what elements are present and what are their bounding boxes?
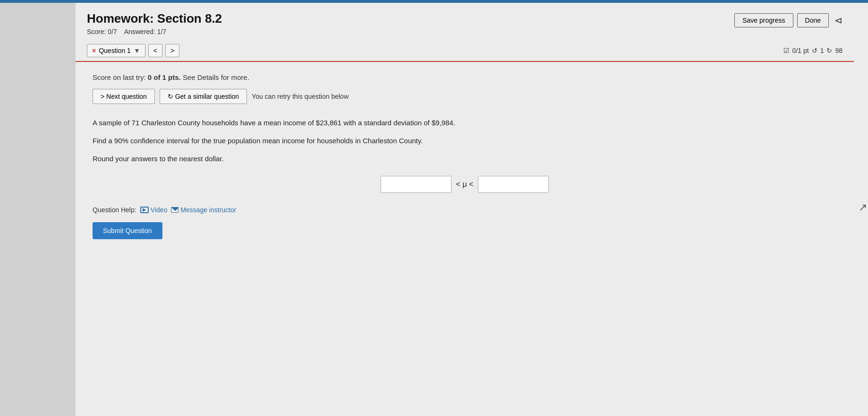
prev-question-button[interactable]: < [148,44,162,57]
envelope-icon [171,207,179,213]
main-content: Homework: Section 8.2 Score: 0/7 Answere… [76,3,854,416]
done-button[interactable]: Done [797,13,829,27]
next-question-nav-button[interactable]: > [165,44,179,57]
left-sidebar [0,3,76,416]
header-right: Save progress Done ⊲ [734,11,842,27]
save-progress-button[interactable]: Save progress [734,13,793,27]
checkbox-icon: ☑ [783,47,790,54]
score-notice: Score on last try: 0 of 1 pts. See Detai… [93,73,837,81]
header-left: Homework: Section 8.2 Score: 0/7 Answere… [87,11,222,35]
video-link[interactable]: Video [140,206,168,214]
question-x-mark: × [92,47,96,54]
question-text-1: A sample of 71 Charleston County househo… [93,117,837,129]
similar-question-label: Get a similar question [175,93,239,100]
header-score: Score: 0/7 Answered: 1/7 [87,28,222,35]
confidence-interval-row: < μ < [93,176,837,193]
submissions-icon: ↻ [826,47,832,54]
message-instructor-link[interactable]: Message instructor [171,206,236,214]
ci-upper-input[interactable] [478,176,549,193]
header-section: Homework: Section 8.2 Score: 0/7 Answere… [76,3,854,40]
right-panel: ↗ [854,3,868,416]
question-nav-left: × Question 1 ▼ < > [87,44,179,57]
question-text-3: Round your answers to the nearest dollar… [93,153,837,165]
answered-label: Answered: 1/7 [124,28,167,35]
attempts-icon: ↺ [812,47,817,54]
cursor-icon: ↗ [859,201,867,214]
video-link-label: Video [151,206,168,214]
question-nav-right: ☑ 0/1 pt ↺ 1 ↻ 98 [783,47,842,54]
submissions-label: 98 [835,47,842,54]
ci-lower-input[interactable] [381,176,451,193]
see-details-text: See Details for more. [183,73,249,81]
similar-question-button[interactable]: ↻ Get a similar question [160,89,247,104]
dropdown-arrow-icon: ▼ [134,47,140,54]
pts-label: 0/1 pt [792,47,809,54]
retry-text: You can retry this question below [252,93,349,100]
question-selector[interactable]: × Question 1 ▼ [87,44,145,57]
video-icon [140,207,149,213]
submit-question-button[interactable]: Submit Question [93,222,162,239]
ci-symbol: < μ < [456,180,474,189]
refresh-icon: ↻ [168,93,173,100]
question-text-2: Find a 90% confidence interval for the t… [93,135,837,147]
content-area: Score on last try: 0 of 1 pts. See Detai… [76,62,854,251]
page-title: Homework: Section 8.2 [87,11,222,26]
score-label: Score: 0/7 [87,28,117,35]
question-label: Question 1 [99,47,131,54]
question-help: Question Help: Video Message instructor [93,206,837,214]
question-nav-bar: × Question 1 ▼ < > ☑ 0/1 pt ↺ 1 ↻ 98 [76,40,854,62]
action-buttons: > Next question ↻ Get a similar question… [93,89,837,104]
question-help-label: Question Help: [93,206,136,214]
exit-icon[interactable]: ⊲ [834,15,842,26]
next-question-button[interactable]: > Next question [93,89,155,104]
message-instructor-label: Message instructor [180,206,236,214]
attempts-label: 1 [820,47,824,54]
